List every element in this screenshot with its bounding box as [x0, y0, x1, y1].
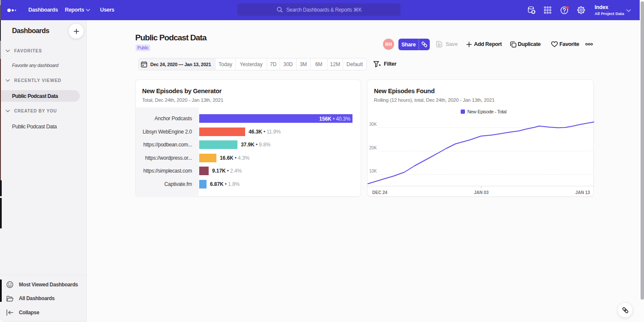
svg-text:DEC 24: DEC 24: [372, 190, 387, 195]
svg-text:JAN 03: JAN 03: [474, 190, 489, 195]
svg-text:10K: 10K: [369, 169, 377, 173]
svg-text:30K: 30K: [369, 122, 377, 127]
svg-text:JAN 13: JAN 13: [575, 190, 590, 195]
svg-text:20K: 20K: [369, 146, 377, 150]
